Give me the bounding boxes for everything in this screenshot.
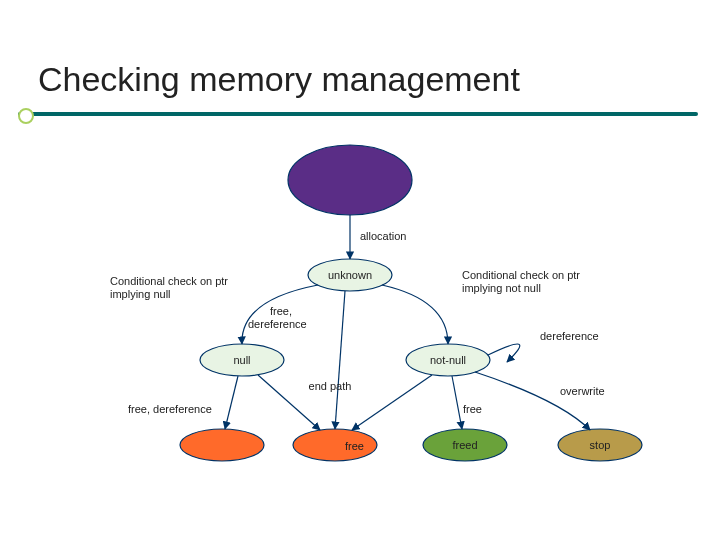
edge-unknown-freederef-label-a: free, (270, 305, 292, 317)
svg-point-0 (288, 145, 412, 215)
svg-point-5 (293, 429, 377, 461)
svg-point-4 (180, 429, 264, 461)
diagram: unknown null not-null freed stop (0, 0, 720, 540)
edge-endpath-label: end path (309, 380, 352, 392)
state-notnull: not-null (406, 344, 490, 376)
state-stop-label: stop (590, 439, 611, 451)
edge-notnull-freed (452, 376, 462, 429)
edge-notnull-endpath (352, 375, 432, 430)
edge-cond-notnull-label-b: implying not null (462, 282, 541, 294)
state-error-mid (293, 429, 377, 461)
edge-freed-stop-label: free (345, 440, 364, 452)
edge-overwrite (475, 372, 590, 430)
state-notnull-label: not-null (430, 354, 466, 366)
state-null-label: null (233, 354, 250, 366)
state-stop: stop (558, 429, 642, 461)
state-unknown-label: unknown (328, 269, 372, 281)
edge-null-freederef (225, 376, 238, 429)
edge-cond-notnull (382, 285, 448, 344)
edge-null-freederef-label: free, dereference (128, 403, 212, 415)
edge-cond-null-label-a: Conditional check on ptr (110, 275, 228, 287)
edge-notnull-freed-label: free (463, 403, 482, 415)
state-null: null (200, 344, 284, 376)
edge-cond-notnull-label-a: Conditional check on ptr (462, 269, 580, 281)
edge-deref-loop (488, 344, 520, 362)
slide: Checking memory management unknown null … (0, 0, 720, 540)
edge-overwrite-label: overwrite (560, 385, 605, 397)
state-freed-label: freed (452, 439, 477, 451)
edge-allocation-label: allocation (360, 230, 406, 242)
state-error-left (180, 429, 264, 461)
edge-deref-loop-label: dereference (540, 330, 599, 342)
edge-unknown-freederef (335, 291, 345, 429)
state-freed: freed (423, 429, 507, 461)
edge-unknown-freederef-label-b: dereference (248, 318, 307, 330)
state-start (288, 145, 412, 215)
state-unknown: unknown (308, 259, 392, 291)
edge-cond-null-label-b: implying null (110, 288, 171, 300)
